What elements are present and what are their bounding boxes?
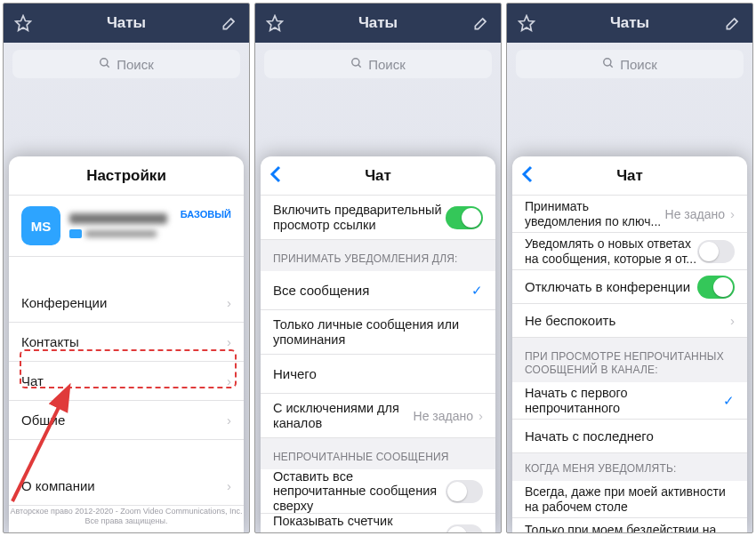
menu-item-general[interactable]: Общие › (9, 401, 244, 440)
menu-item-chat[interactable]: Чат › (9, 362, 244, 401)
chat-settings-sheet: Чат Включить предварительный просмотр сс… (261, 156, 495, 532)
menu-item-about[interactable]: О компании › (9, 467, 244, 506)
sheet-title: Чат (616, 167, 643, 185)
screen-settings: Чаты Поиск Настройки MS БАЗОВЫЙ (3, 3, 250, 533)
check-icon: ✓ (723, 393, 735, 409)
chevron-right-icon: › (227, 295, 231, 310)
section-header: НЕПРОЧИТАННЫЕ СООБЩЕНИЯ (261, 438, 495, 469)
search-icon (350, 57, 363, 72)
row-from-first[interactable]: Начать с первого непрочитанного ✓ (512, 382, 747, 420)
avatar: MS (21, 206, 60, 245)
row-dnd[interactable]: Не беспокоить › (512, 304, 747, 338)
sheet-title: Настройки (86, 167, 166, 185)
profile-email-blurred (69, 229, 172, 238)
toggle-off[interactable] (697, 240, 735, 263)
svg-marker-5 (268, 16, 283, 31)
search-input[interactable]: Поиск (264, 50, 492, 78)
row-idle[interactable]: Только при моем бездействии на рабочем с… (512, 518, 747, 533)
row-reply-notify[interactable]: Уведомлять о новых ответах на сообщения,… (512, 233, 747, 270)
menu-item-conferences[interactable]: Конференции › (9, 284, 244, 323)
section-header: КОГДА МЕНЯ УВЕДОМЛЯТЬ: (512, 453, 747, 481)
row-keep-top[interactable]: Оставить все непрочитанные сообщения све… (261, 469, 495, 514)
search-icon (602, 57, 615, 72)
svg-marker-0 (16, 16, 31, 31)
chevron-right-icon: › (227, 334, 231, 349)
row-show-counter[interactable]: Показывать счетчик непрочитанных сообщен… (261, 514, 495, 533)
row-from-last[interactable]: Начать с последнего (512, 420, 747, 453)
row-nothing[interactable]: Ничего (261, 355, 495, 394)
svg-point-9 (604, 58, 611, 65)
profile-row[interactable]: MS БАЗОВЫЙ (9, 196, 244, 257)
star-icon[interactable] (518, 14, 535, 32)
svg-line-10 (610, 64, 613, 67)
chevron-right-icon: › (730, 313, 735, 328)
chevron-right-icon: › (227, 373, 231, 388)
search-placeholder: Поиск (368, 57, 406, 72)
compose-icon[interactable] (724, 14, 742, 32)
row-all-messages[interactable]: Все сообщения ✓ (261, 271, 495, 310)
chat-settings-sheet: Чат Принимать уведомления по ключ... Не … (512, 156, 747, 532)
svg-line-2 (107, 64, 109, 67)
chevron-right-icon: › (479, 408, 483, 423)
search-input[interactable]: Поиск (12, 50, 240, 78)
plan-badge: БАЗОВЫЙ (181, 209, 231, 220)
navbar: Чаты (255, 4, 501, 43)
toggle-on[interactable] (446, 206, 483, 229)
row-always[interactable]: Всегда, даже при моей активности на рабо… (512, 481, 747, 518)
nav-title: Чаты (107, 14, 146, 32)
star-icon[interactable] (266, 14, 284, 32)
svg-point-6 (352, 58, 359, 65)
settings-sheet: Настройки MS БАЗОВЫЙ Конференции › Конта… (9, 156, 244, 532)
compose-icon[interactable] (221, 14, 238, 32)
search-icon (99, 57, 111, 72)
toggle-off[interactable] (446, 480, 483, 503)
nav-title: Чаты (610, 14, 649, 32)
chevron-right-icon: › (730, 206, 735, 221)
svg-point-1 (101, 58, 108, 65)
check-icon: ✓ (723, 529, 735, 533)
search-placeholder: Поиск (117, 57, 154, 72)
toggle-on[interactable] (697, 276, 735, 299)
star-icon[interactable] (14, 14, 32, 32)
copyright: Авторское право 2012-2020 - Zoom Video C… (9, 507, 244, 527)
profile-name-blurred (69, 213, 167, 224)
navbar: Чаты (507, 4, 752, 43)
toggle-off[interactable] (446, 524, 483, 534)
svg-marker-8 (519, 16, 535, 31)
row-link-preview[interactable]: Включить предварительный просмотр ссылки (261, 196, 495, 240)
back-button[interactable] (269, 165, 282, 187)
compose-icon[interactable] (472, 14, 490, 32)
screen-chat-2: Чаты Поиск Чат Принимать уведомления по … (506, 3, 753, 533)
back-button[interactable] (521, 165, 534, 187)
sheet-title: Чат (365, 167, 391, 185)
svg-line-7 (358, 64, 361, 67)
chevron-right-icon: › (227, 478, 231, 493)
section-header: ПРИ ПРОСМОТРЕ НЕПРОЧИТАННЫХ СООБЩЕНИЙ В … (512, 338, 747, 382)
row-mute-conference[interactable]: Отключать в конференции (512, 270, 747, 304)
navbar: Чаты (4, 4, 249, 43)
row-dm-mentions[interactable]: Только личные сообщения или упоминания (261, 310, 495, 355)
screen-chat-1: Чаты Поиск Чат Включить предварительный … (254, 3, 502, 533)
search-placeholder: Поиск (620, 57, 657, 72)
nav-title: Чаты (358, 14, 398, 32)
menu-item-contacts[interactable]: Контакты › (9, 323, 244, 362)
row-keyword-notify[interactable]: Принимать уведомления по ключ... Не зада… (512, 196, 747, 233)
section-header: ПРИНИМАТЬ УВЕДОМЛЕНИЯ ДЛЯ: (261, 240, 495, 271)
row-channel-exceptions[interactable]: С исключениями для каналов Не задано › (261, 394, 495, 438)
check-icon: ✓ (471, 283, 483, 299)
search-input[interactable]: Поиск (516, 50, 744, 78)
chevron-right-icon: › (227, 412, 231, 428)
